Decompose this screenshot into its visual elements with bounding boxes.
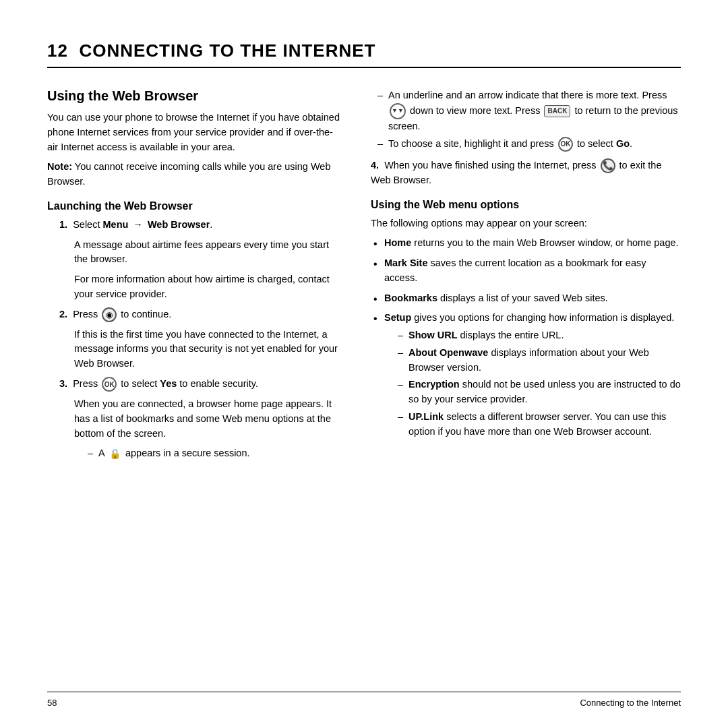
content-area: Using the Web Browser You can use your p… — [47, 88, 681, 466]
bullet-marksite-label: Mark Site — [384, 257, 427, 268]
bullet-bookmarks-label: Bookmarks — [384, 293, 437, 303]
dash-show-url-label: Show URL — [408, 330, 458, 340]
subsection-title-launching: Launching the Web Browser — [47, 200, 344, 212]
intro-paragraph: You can use your phone to browse the Int… — [47, 111, 344, 154]
page-number: 58 — [47, 698, 57, 708]
dash-about-openwave-label: About Openwave — [408, 347, 488, 358]
setup-dashes: Show URL displays the entire URL. About … — [384, 328, 681, 439]
step-3-body-1: When you are connected, a browser home p… — [74, 397, 344, 441]
step-3-yes: Yes — [160, 378, 177, 389]
bullet-home-label: Home — [384, 237, 411, 248]
dash-encryption: Encryption should not be used unless you… — [398, 377, 681, 407]
step-1-arrow: → — [130, 219, 146, 230]
step-2-body: If this is the first time you have conne… — [74, 328, 344, 371]
subsection-title-menu-options: Using the Web menu options — [371, 199, 681, 211]
step-2-num: 2. — [59, 309, 67, 320]
dash-underline: An underline and an arrow indicate that … — [377, 88, 681, 134]
power-icon: ◉ — [102, 307, 117, 322]
note-text: You cannot receive incoming calls while … — [47, 161, 330, 187]
step-1-num: 1. — [59, 219, 67, 230]
dash-lock: A 🔒 appears in a secure session. — [88, 446, 344, 461]
right-column: An underline and an arrow indicate that … — [371, 88, 681, 466]
step-4: 4. When you have finished using the Inte… — [371, 158, 681, 188]
back-icon: BACK — [544, 105, 570, 117]
chapter-header: 12 CONNECTING TO THE INTERNET — [47, 40, 681, 68]
ok-icon-step3: OK — [102, 377, 117, 392]
chapter-title-text: CONNECTING TO THE INTERNET — [79, 40, 375, 61]
dash-uplink-label: UP.Link — [408, 411, 444, 422]
dash-show-url: Show URL displays the entire URL. — [398, 328, 681, 343]
step-1-menu: Menu — [102, 219, 128, 230]
step-2: 2. Press ◉ to continue. If this is the f… — [59, 307, 344, 371]
section-title-web-browser: Using the Web Browser — [47, 88, 344, 104]
ok-icon-go: OK — [558, 137, 573, 152]
footer: 58 Connecting to the Internet — [47, 692, 681, 708]
step-1-body: A message about airtime fees appears eve… — [74, 238, 344, 302]
bullet-bookmarks: Bookmarks displays a list of your saved … — [371, 291, 681, 306]
chapter-number: 12 — [47, 40, 68, 61]
step-2-body-1: If this is the first time you have conne… — [74, 328, 344, 371]
step-3-body: When you are connected, a browser home p… — [74, 397, 344, 461]
bullet-setup: Setup gives you options for changing how… — [371, 311, 681, 439]
bullet-home: Home returns you to the main Web Browser… — [371, 236, 681, 251]
step-4-num: 4. — [371, 160, 379, 171]
step-3-dashes: A 🔒 appears in a secure session. — [74, 446, 344, 461]
step-3-num: 3. — [59, 378, 67, 389]
note: Note: You cannot receive incoming calls … — [47, 160, 344, 189]
step-1-body-1: A message about airtime fees appears eve… — [74, 238, 344, 268]
page: 12 CONNECTING TO THE INTERNET Using the … — [0, 0, 728, 728]
nav-down-icon: ▼ — [390, 103, 406, 119]
chapter-title: 12 CONNECTING TO THE INTERNET — [47, 40, 375, 61]
bullet-setup-label: Setup — [384, 312, 411, 323]
dash-about-openwave: About Openwave displays information abou… — [398, 346, 681, 375]
footer-text: Connecting to the Internet — [580, 698, 681, 708]
left-column: Using the Web Browser You can use your p… — [47, 88, 344, 466]
top-dashes: An underline and an arrow indicate that … — [371, 88, 681, 152]
step-1-body-2: For more information about how airtime i… — [74, 272, 344, 302]
steps-list: 1. Select Menu → Web Browser. A message … — [59, 218, 344, 461]
step-3: 3. Press OK to select Yes to enable secu… — [59, 377, 344, 461]
bullet-marksite: Mark Site saves the current location as … — [371, 256, 681, 286]
note-label: Note: — [47, 161, 72, 172]
go-label: Go — [616, 138, 630, 149]
lock-icon: 🔒 — [109, 447, 121, 461]
dash-choose-site: To choose a site, highlight it and press… — [377, 137, 681, 152]
dash-encryption-label: Encryption — [408, 379, 460, 390]
end-call-icon: 📞 — [601, 158, 615, 173]
step-1: 1. Select Menu → Web Browser. A message … — [59, 218, 344, 302]
menu-options-list: Home returns you to the main Web Browser… — [371, 236, 681, 439]
menu-options-intro: The following options may appear on your… — [371, 216, 681, 231]
dash-uplink: UP.Link selects a different browser serv… — [398, 410, 681, 439]
step-1-webbrowser: Web Browser — [148, 219, 210, 230]
